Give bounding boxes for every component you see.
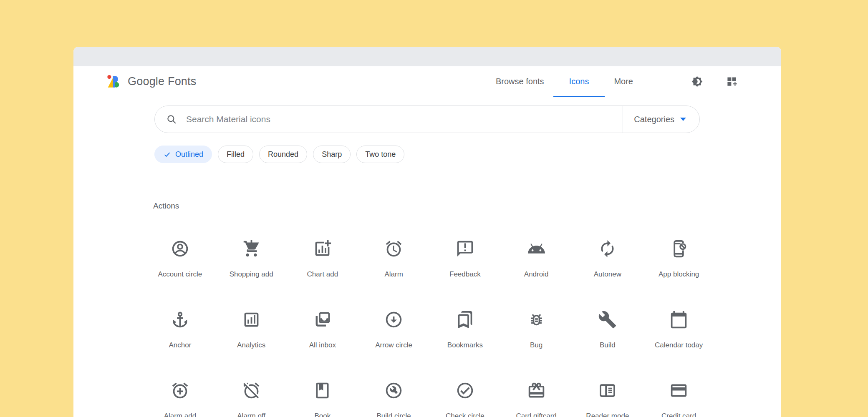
chevron-down-icon [680,118,686,121]
icon-label: Android [524,270,549,279]
filter-chip-outlined[interactable]: Outlined [154,146,212,163]
feedback-icon [456,239,474,258]
icon-label: Autonew [594,270,621,279]
icon-label: All inbox [309,341,336,349]
icon-label: Reader mode [586,412,629,417]
check-circle-icon [456,381,474,400]
primary-nav: Browse fonts Icons More [483,66,646,97]
chart-add-icon [313,239,332,258]
icon-grid-item-app-blocking[interactable]: App blocking [643,214,714,285]
icon-grid-item-android[interactable]: Android [501,214,572,285]
browser-titlebar [73,47,781,66]
filter-chip-rounded[interactable]: Rounded [259,146,307,163]
book-icon [313,381,332,400]
alarm-off-icon [242,381,261,400]
card-giftcard-icon [527,381,546,400]
site-header: Google Fonts Browse fonts Icons More [73,66,781,97]
icon-grid: Account circle Shopping add Chart add Al… [144,214,714,417]
search-icon [166,114,177,125]
build-icon [598,310,617,329]
icon-label: Arrow circle [375,341,412,349]
filter-chip-filled[interactable]: Filled [218,146,253,163]
app-blocking-icon [669,239,688,258]
icon-label: Shopping add [230,270,273,279]
icon-grid-item-card-giftcard[interactable]: Card giftcard [501,356,572,417]
credit-card-icon [669,381,688,400]
nav-tab-more[interactable]: More [601,66,646,97]
dark-mode-toggle-icon[interactable] [691,76,703,87]
shopping-add-icon [242,239,261,258]
icon-label: Account circle [158,270,202,279]
categories-dropdown[interactable]: Categories [623,106,699,133]
bookmarks-icon [456,310,474,329]
icon-label: Calendar today [655,341,703,349]
search-input[interactable] [186,114,614,124]
icon-label: Alarm off [237,412,265,417]
icon-grid-item-check-circle[interactable]: Check circle [429,356,501,417]
nav-tab-icons[interactable]: Icons [557,66,602,97]
nav-tab-browse-fonts[interactable]: Browse fonts [483,66,557,97]
analytics-icon [242,310,261,329]
icon-grid-item-bug[interactable]: Bug [501,285,572,356]
android-icon [527,239,546,258]
reader-mode-icon [598,381,617,400]
icon-grid-item-build-circle[interactable]: Build circle [358,356,429,417]
icon-label: Book [315,412,331,417]
bug-icon [527,310,546,329]
calendar-today-icon [669,310,688,329]
icon-grid-item-alarm-off[interactable]: Alarm off [216,356,287,417]
alarm-icon [384,239,403,258]
icon-grid-item-credit-card[interactable]: Credit card [643,356,714,417]
icon-label: Alarm [384,270,403,279]
header-action-icons [691,76,737,87]
filter-chip-sharp[interactable]: Sharp [313,146,351,163]
icon-grid-item-arrow-circle[interactable]: Arrow circle [358,285,429,356]
icon-label: Analytics [237,341,265,349]
icon-label: Build [600,341,616,349]
logo-wordmark: Google Fonts [128,75,197,88]
icon-label: Feedback [449,270,481,279]
icon-label: Chart add [307,270,338,279]
alarm-add-icon [171,381,189,400]
icon-grid-item-reader-mode[interactable]: Reader mode [572,356,643,417]
icon-grid-item-feedback[interactable]: Feedback [429,214,501,285]
icon-grid-item-bookmarks[interactable]: Bookmarks [429,285,501,356]
icon-grid-item-anchor[interactable]: Anchor [144,285,216,356]
icon-grid-item-analytics[interactable]: Analytics [216,285,287,356]
google-fonts-logo-icon [106,74,121,90]
autonew-icon [598,239,617,258]
icon-label: Anchor [169,341,191,349]
icon-label: Credit card [661,412,696,417]
filter-chip-two-tone[interactable]: Two tone [356,146,404,163]
dashboard-customize-icon[interactable] [726,76,737,87]
check-icon [163,151,171,158]
icon-grid-item-calendar-today[interactable]: Calendar today [643,285,714,356]
icon-grid-item-book[interactable]: Book [287,356,358,417]
style-filter-chips: Outlined Filled Rounded Sharp Two tone [154,146,781,163]
account-circle-icon [171,239,189,258]
google-fonts-logo[interactable]: Google Fonts [106,74,197,90]
icon-grid-item-autonew[interactable]: Autonew [572,214,643,285]
categories-label: Categories [634,115,674,124]
section-title: Actions [153,201,781,211]
icon-label: Alarm add [164,412,196,417]
build-circle-icon [384,381,403,400]
icon-grid-item-shopping-add[interactable]: Shopping add [216,214,287,285]
google-fonts-window: Google Fonts Browse fonts Icons More Cat… [73,47,781,417]
arrow-circle-icon [384,310,403,329]
icon-search-bar: Categories [154,106,700,133]
anchor-icon [171,310,189,329]
icon-label: Check circle [446,412,484,417]
icon-label: Bookmarks [447,341,483,349]
icon-label: App blocking [659,270,699,279]
icon-grid-item-account-circle[interactable]: Account circle [144,214,216,285]
icon-grid-item-chart-add[interactable]: Chart add [287,214,358,285]
icon-label: Bug [530,341,542,349]
icon-label: Card giftcard [516,412,556,417]
icon-grid-item-alarm-add[interactable]: Alarm add [144,356,216,417]
icon-grid-item-all-inbox[interactable]: All inbox [287,285,358,356]
all-inbox-icon [313,310,332,329]
icon-grid-item-build[interactable]: Build [572,285,643,356]
icon-grid-item-alarm[interactable]: Alarm [358,214,429,285]
icon-label: Build circle [377,412,411,417]
